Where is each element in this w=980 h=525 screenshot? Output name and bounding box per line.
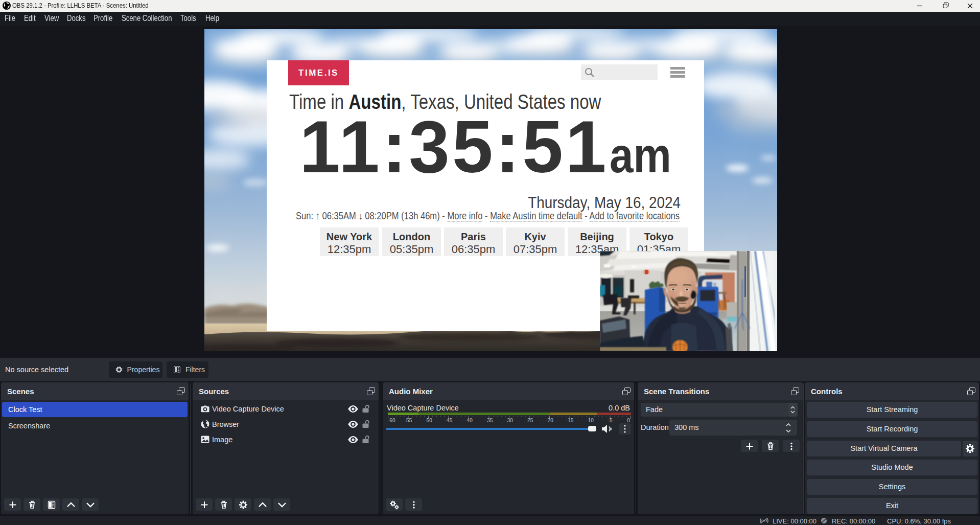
svg-text:-45: -45 (445, 418, 453, 423)
svg-text:-20: -20 (546, 418, 553, 423)
svg-text:-50: -50 (425, 418, 432, 423)
svg-text:-15: -15 (566, 418, 574, 423)
svg-text:-30: -30 (505, 418, 513, 423)
svg-text:-35: -35 (485, 418, 493, 423)
svg-text:0: 0 (627, 418, 630, 423)
svg-text:-40: -40 (465, 418, 473, 423)
svg-text:-5: -5 (608, 418, 613, 423)
svg-text:-60: -60 (388, 418, 395, 423)
svg-text:-25: -25 (526, 418, 533, 423)
svg-text:-55: -55 (405, 418, 412, 423)
svg-text:-10: -10 (586, 418, 594, 423)
